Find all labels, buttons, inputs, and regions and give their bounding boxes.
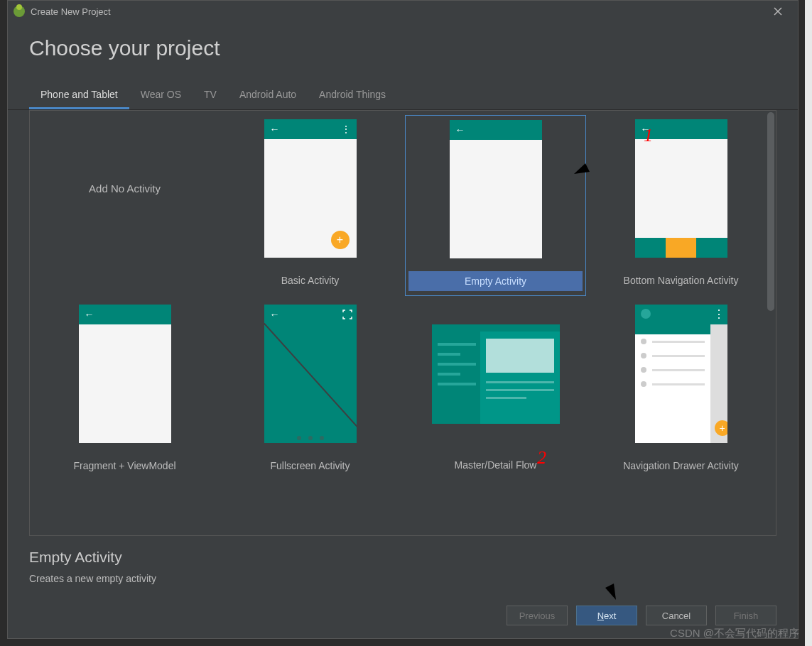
background-editor-strip [805, 0, 812, 646]
back-arrow-icon: ← [270, 309, 280, 320]
window-title: Create New Project [31, 6, 111, 17]
template-fullscreen[interactable]: ← Fullscreen Activity [220, 300, 401, 480]
template-fragment-viewmodel[interactable]: ← Fragment + ViewModel [34, 300, 215, 480]
tab-android-things[interactable]: Android Things [308, 82, 397, 109]
next-button[interactable]: Next [576, 606, 637, 625]
thumb-fullscreen: ← [264, 305, 357, 443]
back-arrow-icon: ← [641, 124, 651, 135]
template-navigation-drawer[interactable]: ⋮ + Navigation Drawer Activity [590, 300, 772, 480]
template-add-no-activity[interactable]: Add No Activity . [34, 115, 215, 296]
selected-template-description: Creates a new empty activity [29, 573, 776, 584]
template-label: Master/Detail Flow [408, 455, 583, 475]
close-icon [774, 7, 782, 16]
tab-phone-tablet[interactable]: Phone and Tablet [29, 82, 129, 109]
finish-button[interactable]: Finish [715, 606, 776, 625]
tab-wear-os[interactable]: Wear OS [129, 82, 193, 109]
template-grid-container: Add No Activity . ←⋮ + Basic Activity ← … [29, 110, 776, 536]
thumb-empty-activity: ← [450, 120, 542, 258]
template-label: Empty Activity [408, 271, 583, 291]
template-label: Basic Activity [222, 270, 398, 290]
fab-icon: + [715, 420, 727, 436]
dialog-window: Create New Project Choose your project P… [7, 0, 799, 639]
template-label: Bottom Navigation Activity [593, 270, 769, 290]
scrollbar[interactable] [767, 112, 774, 311]
description-panel: Empty Activity Creates a new empty activ… [8, 543, 798, 598]
tabs: Phone and Tablet Wear OS TV Android Auto… [8, 82, 798, 110]
thumb-bottom-navigation: ← [635, 119, 727, 258]
cancel-button[interactable]: Cancel [646, 606, 707, 625]
template-label: Fullscreen Activity [222, 456, 398, 476]
template-master-detail[interactable]: Master/Detail Flow [405, 300, 586, 480]
tab-tv[interactable]: TV [193, 82, 228, 109]
template-label: Fragment + ViewModel [37, 456, 212, 476]
previous-button[interactable]: Previous [507, 606, 568, 625]
fullscreen-icon [342, 310, 352, 319]
thumb-fragment-viewmodel: ← [79, 305, 171, 443]
back-arrow-icon: ← [455, 124, 465, 136]
overflow-icon: ⋮ [713, 307, 725, 321]
avatar-icon [641, 309, 651, 319]
titlebar: Create New Project [8, 1, 798, 22]
thumb-master-detail [432, 324, 560, 424]
back-arrow-icon: ← [85, 309, 94, 320]
overflow-icon: ⋮ [341, 124, 351, 135]
thumb-add-no-activity: Add No Activity [79, 119, 171, 258]
fab-icon: + [331, 231, 350, 249]
thumb-basic-activity: ←⋮ + [264, 119, 357, 258]
page-title: Choose your project [29, 36, 776, 60]
bottom-nav-bar [635, 238, 727, 258]
header: Choose your project [8, 22, 798, 67]
template-grid: Add No Activity . ←⋮ + Basic Activity ← … [30, 111, 776, 484]
close-button[interactable] [764, 1, 792, 22]
thumb-navigation-drawer: ⋮ + [635, 305, 727, 443]
template-label: Navigation Drawer Activity [593, 456, 769, 476]
template-bottom-navigation[interactable]: ← Bottom Navigation Activity [590, 115, 772, 296]
template-basic-activity[interactable]: ←⋮ + Basic Activity [220, 115, 401, 296]
android-studio-icon [13, 6, 25, 17]
selected-template-title: Empty Activity [29, 549, 776, 566]
template-empty-activity[interactable]: ← Empty Activity [405, 115, 586, 296]
tab-android-auto[interactable]: Android Auto [228, 82, 308, 109]
watermark: CSDN @不会写代码的程序 [670, 627, 799, 640]
back-arrow-icon: ← [270, 124, 280, 135]
